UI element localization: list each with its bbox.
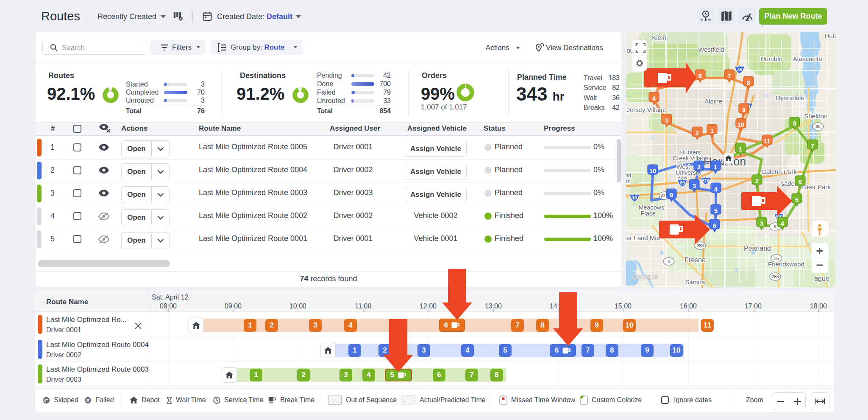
svg-text:Galena Park: Galena Park (761, 168, 797, 175)
svg-text:Google: Google (632, 273, 658, 281)
svg-text:90: 90 (815, 124, 821, 129)
svg-text:Westfield: Westfield (698, 46, 724, 53)
svg-text:7: 7 (811, 143, 814, 149)
svg-text:4: 4 (652, 95, 656, 102)
svg-text:Creek Village: Creek Village (673, 155, 708, 162)
svg-text:6: 6 (668, 259, 670, 264)
svg-text:288: 288 (697, 244, 704, 248)
svg-text:Huff: Huff (824, 32, 836, 39)
svg-text:3: 3 (693, 182, 696, 189)
svg-text:5: 5 (795, 196, 798, 203)
svg-text:Dyersdale: Dyersdale (776, 94, 804, 101)
svg-text:Jersey Village: Jersey Village (626, 106, 666, 113)
svg-text:ar Land Mis: ar Land Mis (626, 234, 659, 241)
svg-text:6: 6 (698, 73, 702, 79)
svg-text:2: 2 (696, 130, 699, 137)
svg-text:nd: nd (626, 172, 631, 179)
svg-text:610: 610 (702, 179, 709, 183)
svg-text:6: 6 (798, 179, 802, 185)
svg-text:11: 11 (764, 138, 770, 145)
svg-text:Aldine: Aldine (704, 98, 722, 105)
svg-text:10: 10 (632, 196, 637, 200)
svg-text:Atascocita: Atascocita (793, 55, 822, 62)
svg-text:4: 4 (781, 220, 784, 227)
svg-text:Fresno: Fresno (684, 256, 706, 263)
svg-text:Deer Park: Deer Park (802, 183, 831, 190)
svg-text:3: 3 (665, 117, 668, 124)
svg-text:45: 45 (737, 67, 742, 72)
svg-text:5: 5 (714, 207, 718, 214)
svg-text:ague: ague (814, 275, 829, 282)
svg-text:9: 9 (670, 192, 673, 199)
svg-text:8: 8 (747, 79, 750, 86)
svg-text:Sienna: Sienna (685, 278, 705, 286)
svg-text:7: 7 (728, 73, 731, 79)
svg-text:Pearland: Pearland (744, 245, 771, 252)
svg-text:8: 8 (793, 120, 796, 127)
svg-text:1: 1 (739, 146, 742, 153)
svg-text:6: 6 (713, 222, 716, 229)
svg-text:Humble: Humble (760, 55, 782, 62)
svg-text:9: 9 (742, 106, 746, 113)
svg-text:1: 1 (714, 164, 717, 171)
svg-text:4: 4 (714, 186, 718, 193)
svg-text:288: 288 (772, 274, 779, 279)
svg-text:rs: rs (626, 178, 631, 185)
svg-text:10: 10 (649, 168, 656, 174)
svg-text:3: 3 (760, 220, 763, 227)
svg-text:Klein: Klein (652, 34, 666, 41)
svg-text:1: 1 (710, 127, 714, 134)
svg-text:2: 2 (697, 164, 701, 171)
svg-text:8: 8 (774, 224, 776, 229)
svg-text:Sheldon: Sheldon (804, 112, 827, 120)
svg-text:35: 35 (774, 256, 779, 261)
svg-text:2: 2 (755, 178, 759, 185)
svg-text:Place: Place (640, 210, 655, 217)
svg-text:10: 10 (737, 121, 744, 128)
svg-text:69: 69 (680, 181, 685, 185)
